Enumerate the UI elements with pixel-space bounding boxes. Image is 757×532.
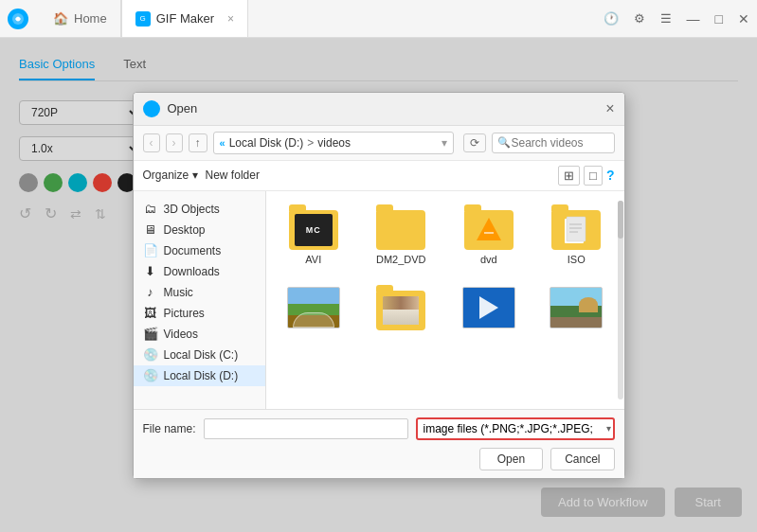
dialog-title-icon (143, 100, 160, 117)
local-c-icon: 💿 (143, 348, 158, 362)
dialog-overlay: Open × ‹ › ↑ « Local Disk (D:) > videos … (0, 38, 757, 532)
dialog-toolbar: Organize ▾ New folder ⊞ □ ? (134, 161, 624, 191)
local-d-icon: 💿 (143, 369, 158, 382)
search-wrap: 🔍 (492, 133, 615, 153)
file-item-people[interactable] (361, 279, 442, 340)
nav-back-btn[interactable]: ‹ (143, 133, 160, 152)
settings-icon[interactable]: ⚙ (634, 11, 645, 26)
cancel-button[interactable]: Cancel (550, 448, 614, 470)
dvd-label: dvd (480, 254, 497, 266)
home-label: Home (74, 11, 107, 26)
sidebar-item-documents[interactable]: 📄 Documents (134, 240, 265, 261)
dialog-nav: ‹ › ↑ « Local Disk (D:) > videos ▾ ⟳ 🔍 (134, 126, 624, 161)
nav-path[interactable]: « Local Disk (D:) > videos ▾ (213, 132, 454, 154)
avi-label: AVI (305, 254, 321, 266)
home-icon: 🏠 (53, 11, 68, 26)
downloads-icon: ⬇ (143, 265, 158, 278)
iso-label: ISO (568, 254, 586, 266)
file-grid: MC AVI DM2_DVD (266, 191, 624, 409)
pictures-icon: 🖼 (143, 307, 158, 320)
dm2dvd-folder-icon (374, 204, 427, 250)
sidebar-item-pictures[interactable]: 🖼 Pictures (134, 303, 265, 324)
sidebar-label: Local Disk (C:) (164, 348, 239, 362)
sidebar-item-videos[interactable]: 🎬 Videos (134, 324, 265, 345)
dvd-folder-icon (462, 204, 515, 250)
sidebar-item-music[interactable]: ♪ Music (134, 282, 265, 303)
dialog-sidebar: 🗂 3D Objects 🖥 Desktop 📄 Documents ⬇ Dow… (134, 191, 266, 409)
file-item-avi[interactable]: MC AVI (274, 199, 354, 272)
music-icon: ♪ (143, 286, 158, 299)
dialog-titlebar: Open × (134, 93, 624, 126)
sidebar-item-local-d[interactable]: 💿 Local Disk (D:) (134, 365, 265, 386)
filetype-wrap: image files (*.PNG;*.JPG;*.JPEG; ▾ (416, 417, 615, 440)
new-folder-btn[interactable]: New folder (206, 168, 260, 182)
history-icon[interactable]: 🕐 (604, 11, 619, 26)
dialog-close-button[interactable]: × (605, 101, 614, 116)
sidebar-label: Desktop (164, 223, 206, 237)
sidebar-label: Videos (164, 328, 198, 341)
file-item-iso[interactable]: ISO (536, 199, 617, 272)
app-logo (8, 9, 28, 29)
tab-home[interactable]: 🏠 Home (40, 0, 121, 37)
filetype-select[interactable]: image files (*.PNG;*.JPG;*.JPEG; (416, 417, 615, 440)
file-grid-scrollbar[interactable] (618, 201, 623, 399)
sidebar-label: Documents (164, 244, 222, 257)
svg-rect-5 (567, 217, 586, 241)
filename-row: File name: image files (*.PNG;*.JPG;*.JP… (143, 417, 615, 440)
file-item-video[interactable] (449, 279, 530, 340)
sidebar-label: Downloads (164, 265, 220, 278)
nav-refresh-btn[interactable]: ⟳ (463, 133, 486, 152)
maximize-btn[interactable]: □ (715, 11, 723, 27)
filename-input[interactable] (204, 418, 408, 439)
sidebar-item-desktop[interactable]: 🖥 Desktop (134, 220, 265, 240)
sidebar-label: Music (164, 286, 193, 299)
organize-btn[interactable]: Organize ▾ (143, 168, 198, 182)
toolbar-right: ⊞ □ ? (558, 166, 614, 186)
dialog-buttons: Open Cancel (143, 448, 615, 470)
titlebar-controls: 🕐 ⚙ ☰ — □ ✕ (604, 11, 749, 27)
stadium-thumb (287, 285, 340, 330)
file-item-landscape[interactable] (536, 279, 617, 340)
nav-path-folder: videos (317, 136, 351, 150)
svg-rect-3 (484, 232, 494, 234)
documents-icon: 📄 (143, 244, 158, 257)
menu-icon[interactable]: ☰ (660, 11, 672, 26)
3d-objects-icon: 🗂 (143, 203, 158, 216)
desktop-icon: 🖥 (143, 223, 158, 237)
sidebar-item-local-c[interactable]: 💿 Local Disk (C:) (134, 345, 265, 365)
sidebar-item-3d-objects[interactable]: 🗂 3D Objects (134, 199, 265, 220)
gifmaker-icon: G (135, 11, 151, 27)
open-dialog: Open × ‹ › ↑ « Local Disk (D:) > videos … (133, 92, 625, 479)
view-grid-btn[interactable]: ⊞ (558, 166, 580, 186)
tab-close-btn[interactable]: × (227, 12, 234, 26)
minimize-btn[interactable]: — (687, 11, 700, 27)
file-item-dm2dvd[interactable]: DM2_DVD (361, 199, 442, 272)
videos-icon: 🎬 (143, 328, 158, 341)
nav-path-disk: Local Disk (D:) (229, 136, 304, 150)
people-folder-icon (374, 285, 427, 330)
window-close-btn[interactable]: ✕ (738, 11, 749, 27)
view-list-btn[interactable]: □ (584, 166, 603, 186)
open-button[interactable]: Open (479, 448, 543, 470)
search-icon: 🔍 (497, 136, 511, 149)
file-item-dvd[interactable]: dvd (449, 199, 530, 272)
nav-forward-btn[interactable]: › (166, 133, 183, 152)
tab-gifmaker[interactable]: G GIF Maker × (121, 0, 248, 37)
video-thumb (462, 285, 515, 330)
svg-rect-2 (482, 237, 496, 240)
file-item-stadium[interactable] (274, 279, 354, 340)
dialog-body: 🗂 3D Objects 🖥 Desktop 📄 Documents ⬇ Dow… (134, 191, 624, 409)
dialog-bottom: File name: image files (*.PNG;*.JPG;*.JP… (134, 409, 624, 478)
filename-label: File name: (143, 422, 196, 435)
landscape-thumb (550, 285, 603, 330)
sidebar-item-downloads[interactable]: ⬇ Downloads (134, 261, 265, 282)
dm2dvd-label: DM2_DVD (376, 254, 426, 266)
scrollbar-thumb (618, 201, 623, 239)
sidebar-label: Local Disk (D:) (164, 369, 239, 382)
nav-up-btn[interactable]: ↑ (189, 133, 207, 152)
dialog-title-text: Open (168, 101, 606, 115)
sidebar-label: Pictures (164, 307, 205, 320)
avi-folder-icon: MC (287, 204, 340, 250)
titlebar: 🏠 Home G GIF Maker × 🕐 ⚙ ☰ — □ ✕ (0, 0, 757, 38)
help-btn[interactable]: ? (606, 168, 615, 183)
